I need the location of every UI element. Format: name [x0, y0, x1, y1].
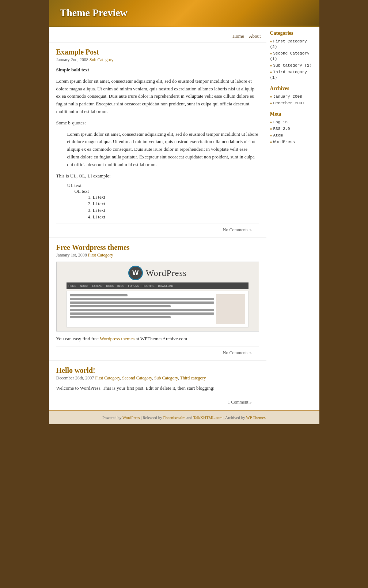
wp-content-mock	[67, 291, 249, 327]
post-wp-themes-title[interactable]: Free Wordpress themes	[56, 243, 130, 251]
post-example-paragraph: Lorem ipsum dolor sit amet, consectetur …	[56, 78, 259, 116]
wp-nav-bar-mock: HOME ABOUT EXTEND DOCS BLOG FORUMS HOSTI…	[67, 282, 249, 289]
post-wp-themes-category[interactable]: First Category	[88, 252, 113, 258]
post-example-title[interactable]: Example Post	[56, 48, 99, 56]
wp-nav-download: DOWNLOAD	[158, 285, 173, 287]
post-hello-world-meta: December 26th, 2007 First Category, Seco…	[56, 375, 259, 381]
footer-wordpress-link[interactable]: WordPress	[122, 415, 140, 420]
wp-logo-text: WordPress	[146, 268, 187, 278]
sidebar-categories-title: Categories	[270, 30, 316, 36]
post-wp-themes-meta: January 1st, 2008 First Category	[56, 252, 259, 258]
post-example-ul-list: UL text OL text Li text Li text Li text	[67, 183, 259, 220]
sidebar-archives-list: January 2008 December 2007	[270, 94, 316, 106]
wp-left-content	[70, 294, 214, 324]
sidebar-cat-4[interactable]: Third category (1)	[270, 70, 307, 80]
post-wp-themes-date: January 1st, 2008	[56, 252, 87, 258]
footer-phoenixrealm-link[interactable]: Phoenixrealm	[163, 415, 185, 420]
post-example-category[interactable]: Sub Category	[90, 57, 114, 62]
wp-text-line	[70, 309, 214, 311]
list-item: RSS 2.0	[270, 126, 316, 131]
post-hello-world-footer: 1 Comment »	[56, 396, 259, 408]
footer-powered-prefix: Powered by	[102, 415, 122, 420]
post-hello-cat2[interactable]: Second Category	[122, 375, 152, 381]
sidebar-archives-section: Archives January 2008 December 2007	[270, 86, 316, 106]
ul-item: UL text OL text Li text Li text Li text	[67, 183, 259, 220]
wp-text-line	[70, 302, 214, 304]
nav-home[interactable]: Home	[232, 33, 244, 39]
wp-text-line	[70, 316, 171, 318]
sidebar-categories-section: Categories First Category (2) Second Cat…	[270, 30, 316, 80]
wp-text-line	[70, 305, 171, 307]
list-item: WordPress	[270, 139, 316, 145]
sidebar-meta-atom[interactable]: Atom	[273, 133, 283, 138]
wp-logo-bar: W WordPress	[128, 266, 187, 280]
wordpress-image-container: W WordPress HOME ABOUT EXTEND DOCS BLOG …	[56, 262, 259, 332]
sidebar-categories-list: First Category (2) Second Category (1) S…	[270, 38, 316, 80]
sidebar-meta-title: Meta	[270, 111, 316, 117]
wp-nav-home: HOME	[68, 285, 76, 287]
ol-label: OL text Li text Li text Li text Li text	[75, 188, 259, 220]
post-example-ul-ol-label: This is UL, OL, LI example:	[56, 172, 259, 180]
sidebar-meta-login[interactable]: Log in	[273, 120, 288, 124]
sidebar-meta-wordpress[interactable]: WordPress	[273, 140, 295, 144]
post-example-meta: January 2nd, 2008 Sub Category	[56, 57, 259, 63]
post-example-content: Simple bold text Lorem ipsum dolor sit a…	[56, 66, 259, 220]
post-example-no-comments[interactable]: No Comments »	[223, 227, 252, 232]
post-hello-cat3[interactable]: Sub Category	[154, 375, 178, 381]
post-wp-themes-link[interactable]: Wordpress themes	[100, 336, 134, 341]
post-example-list-section: This is UL, OL, LI example: UL text OL t…	[56, 172, 259, 220]
wp-text-line	[70, 312, 214, 315]
footer-talkxhtml-link[interactable]: TalkXHTML.com	[193, 415, 223, 420]
footer-wpthemes-link[interactable]: WP Themes	[246, 415, 265, 420]
content-area: Home About Example Post January 2nd, 200…	[49, 27, 266, 410]
site-header: Theme Preview	[49, 0, 319, 26]
sidebar-cat-2[interactable]: Second Category (1)	[270, 51, 310, 61]
list-item: Li text	[93, 201, 259, 207]
wp-nav-docs: DOCS	[106, 285, 114, 287]
sidebar: Categories First Category (2) Second Cat…	[266, 27, 319, 410]
post-wp-themes-text: You can easy find free Wordpress themes …	[56, 335, 259, 343]
post-hello-cat1[interactable]: First Category	[95, 375, 120, 381]
post-example-bold-heading: Simple bold text	[56, 66, 259, 74]
footer-released-prefix: | Released by	[140, 415, 163, 420]
post-wp-themes-content: You can easy find free Wordpress themes …	[56, 335, 259, 343]
wp-text-line	[70, 294, 128, 296]
nav-bar: Home About	[49, 30, 266, 42]
list-item: Li text	[93, 194, 259, 200]
sidebar-meta-list: Log in RSS 2.0 Atom WordPress	[270, 119, 316, 145]
list-item: January 2008	[270, 94, 316, 99]
ol-sublist: OL text Li text Li text Li text Li text	[75, 188, 259, 220]
list-item: Sub Category (2)	[270, 63, 316, 68]
wp-nav-hosting: HOSTING	[143, 285, 155, 287]
post-hello-world-comment[interactable]: 1 Comment »	[228, 400, 251, 405]
post-example-footer: No Comments »	[56, 224, 259, 236]
sidebar-meta-section: Meta Log in RSS 2.0 Atom WordPress	[270, 111, 316, 145]
list-item: Log in	[270, 119, 316, 125]
post-example-blockquote: Lorem ipsum dolor sit amet, consectetur …	[67, 131, 259, 169]
list-item: Li text	[93, 207, 259, 213]
post-wp-themes-no-comments[interactable]: No Comments »	[223, 350, 252, 355]
footer-and-text: and	[186, 415, 193, 420]
list-item: December 2007	[270, 100, 316, 106]
wp-nav-forums: FORUMS	[128, 285, 139, 287]
sidebar-archives-title: Archives	[270, 86, 316, 91]
footer-archived-prefix: | Archived by	[223, 415, 246, 420]
wp-nav-extend: EXTEND	[92, 285, 102, 287]
sidebar-archive-1[interactable]: January 2008	[273, 94, 302, 99]
list-item: Second Category (1)	[270, 50, 316, 61]
sidebar-archive-2[interactable]: December 2007	[273, 101, 305, 105]
sidebar-cat-1[interactable]: First Category (2)	[270, 39, 307, 49]
post-hello-cat4[interactable]: Third category	[180, 375, 206, 381]
wp-logo-circle: W	[128, 266, 143, 280]
post-example-date: January 2nd, 2008	[56, 57, 88, 62]
nav-about[interactable]: About	[249, 33, 261, 39]
post-example-bquotes-label: Some b-quotes:	[56, 119, 259, 127]
wordpress-image-mockup: W WordPress HOME ABOUT EXTEND DOCS BLOG …	[57, 262, 259, 331]
sidebar-meta-rss[interactable]: RSS 2.0	[273, 127, 290, 131]
list-item: First Category (2)	[270, 38, 316, 49]
post-wp-themes-footer: No Comments »	[56, 347, 259, 359]
post-example: Example Post January 2nd, 2008 Sub Categ…	[49, 42, 266, 238]
post-hello-world-title[interactable]: Hello world!	[56, 366, 95, 374]
list-item: Atom	[270, 132, 316, 138]
sidebar-cat-3[interactable]: Sub Category (2)	[273, 63, 312, 68]
